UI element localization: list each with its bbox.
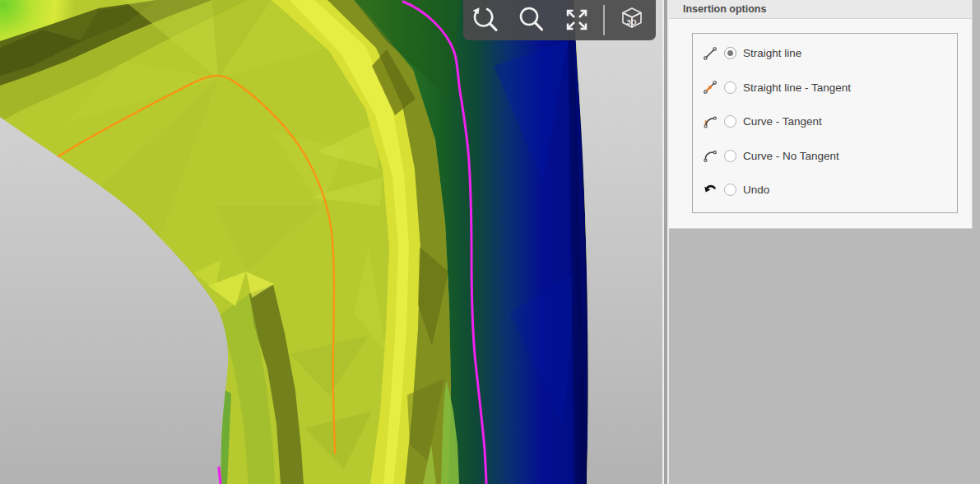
option-label: Curve - No Tangent bbox=[743, 150, 839, 162]
toolbar-separator bbox=[603, 5, 605, 35]
panel-title: Insertion options bbox=[683, 3, 766, 15]
panel-splitter[interactable] bbox=[662, 0, 669, 484]
insertion-options-card: Insertion options Straight line bbox=[669, 0, 973, 229]
option-label: Straight line bbox=[743, 47, 801, 59]
viewport-3d[interactable]: 3D bbox=[0, 0, 662, 484]
viewport-toolbar: 3D bbox=[463, 0, 656, 40]
radio-curve-no-tangent[interactable] bbox=[724, 150, 736, 162]
radio-curve-tangent[interactable] bbox=[724, 115, 736, 128]
curve-tangent-icon bbox=[702, 114, 718, 129]
magnifier-icon bbox=[517, 5, 546, 35]
zoom-previous-icon bbox=[471, 5, 500, 35]
option-curve-no-tangent[interactable]: Curve - No Tangent bbox=[693, 139, 957, 174]
splitter-handle[interactable] bbox=[664, 0, 667, 484]
straight-line-icon bbox=[702, 46, 718, 61]
radio-straight-line[interactable] bbox=[724, 47, 736, 59]
svg-text:3D: 3D bbox=[626, 17, 636, 26]
curve-no-tangent-icon bbox=[702, 148, 718, 163]
zoom-button[interactable] bbox=[515, 2, 548, 37]
view-3d-button[interactable]: 3D bbox=[615, 2, 648, 37]
option-straight-line-tangent[interactable]: Straight line - Tangent bbox=[693, 71, 957, 105]
undo-icon bbox=[702, 183, 718, 198]
option-label: Straight line - Tangent bbox=[743, 81, 851, 94]
expand-arrows-icon bbox=[562, 5, 592, 35]
insertion-options-panel: Insertion options Straight line bbox=[669, 0, 980, 484]
radio-straight-line-tangent[interactable] bbox=[724, 81, 736, 94]
contour-line-magenta-short bbox=[219, 468, 221, 484]
option-undo[interactable]: Undo bbox=[693, 173, 957, 207]
option-label: Curve - Tangent bbox=[743, 115, 822, 128]
panel-header: Insertion options bbox=[669, 0, 972, 19]
cube-3d-icon: 3D bbox=[617, 5, 647, 35]
terrain-mesh-canvas[interactable] bbox=[0, 0, 662, 484]
app-window: 3D Insertion options bbox=[0, 0, 980, 484]
option-straight-line[interactable]: Straight line bbox=[693, 36, 957, 71]
zoom-extents-button[interactable] bbox=[560, 2, 593, 37]
straight-line-tangent-icon bbox=[702, 80, 718, 95]
radio-undo[interactable] bbox=[724, 184, 736, 196]
option-curve-tangent[interactable]: Curve - Tangent bbox=[693, 105, 957, 139]
zoom-previous-button[interactable] bbox=[469, 2, 502, 37]
terrain-surface bbox=[0, 0, 662, 484]
option-label: Undo bbox=[743, 184, 769, 196]
insertion-options-group: Straight line Straight line - Tangent bbox=[692, 33, 958, 213]
